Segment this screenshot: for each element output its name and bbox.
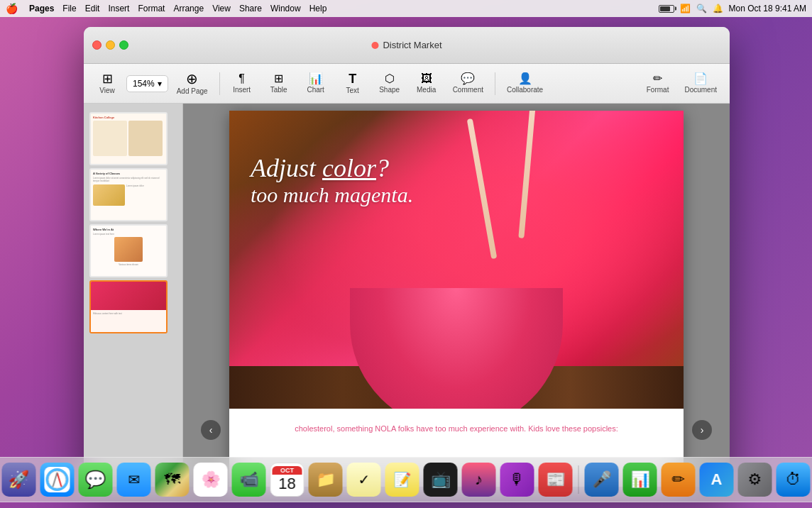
notification-icon[interactable]: 🔔 [713,4,723,13]
chart-icon: 📊 [309,73,323,84]
menu-items: File Edit Insert Format Arrange View Sha… [62,4,327,13]
comment-icon: 💬 [461,73,475,84]
text-label: Text [346,87,358,94]
battery-fill [660,6,670,11]
toolbar-chart[interactable]: 📊 Chart [298,70,334,96]
dock-safari[interactable] [40,463,75,497]
toolbar-format[interactable]: ✏ Format [640,70,676,96]
dock-messages[interactable]: 💬 [79,463,113,497]
thumbnail-5[interactable]: 5 Where We're At Lorem ipsum text here V… [89,224,177,277]
image-text-overlay: Adjust color? too much magenta. [251,153,413,207]
pages-window: District Market ⊞ View 154% ▾ ⊕ Add Page… [84,27,730,487]
view-icon: ⊞ [102,72,113,85]
menu-help[interactable]: Help [309,4,327,13]
dock-facetime[interactable]: 📹 [232,463,266,497]
menubar: 🍎 Pages File Edit Insert Format Arrange … [0,0,812,17]
apple-menu[interactable]: 🍎 [6,3,18,14]
thumbnail-6[interactable]: 6 Hibiscus content here with text [89,280,177,333]
toolbar-add-page[interactable]: ⊕ Add Page [170,69,215,98]
toolbar-comment[interactable]: 💬 Comment [446,70,490,96]
calendar-month: OCT [273,466,302,475]
menu-arrange[interactable]: Arrange [173,4,204,13]
toolbar-view[interactable]: ⊞ View [89,70,125,97]
media-icon: 🖼 [421,73,432,84]
minimize-button[interactable] [106,40,115,50]
toolbar-insert[interactable]: ¶ Insert [224,70,260,96]
hero-image: Adjust color? too much magenta. [229,111,684,409]
comment-label: Comment [453,86,483,94]
toolbar-media[interactable]: 🖼 Media [409,70,444,96]
magenta-text: too much magenta. [251,183,413,207]
prev-page-button[interactable]: ‹ [201,420,221,440]
toolbar-divider-1 [219,72,220,95]
toolbar-shape[interactable]: ⬡ Shape [372,70,407,96]
toolbar-text[interactable]: T Text [335,70,371,97]
dock-music[interactable]: ♪ [462,463,496,497]
clock: Mon Oct 18 9:41 AM [729,4,806,13]
dock-mail[interactable]: ✉ [117,463,151,497]
format-icon: ✏ [653,73,662,84]
toolbar-zoom[interactable]: 154% ▾ [126,75,168,92]
chart-label: Chart [307,86,324,94]
traffic-lights [84,40,128,50]
format-label: Format [647,86,669,94]
dock-reminders[interactable]: ✓ [347,463,381,497]
maximize-button[interactable] [119,40,128,50]
insert-label: Insert [233,86,251,94]
thumb-img-3: Kitchen College [89,112,168,165]
toolbar-table[interactable]: ⊞ Table [261,70,297,96]
menu-view[interactable]: View [212,4,231,13]
menu-window[interactable]: Window [270,4,301,13]
menu-edit[interactable]: Edit [85,4,100,13]
toolbar-document[interactable]: 📄 Document [677,70,724,96]
dock: 🚀 💬 ✉ 🗺 🌸 📹 OCT 18 📁 ✓ 📝 📺 ♪ 🎙 📰 🎤 📊 ✏ A… [0,457,812,502]
menu-share[interactable]: Share [239,4,262,13]
thumbnail-3[interactable]: 3 Kitchen College [89,112,177,165]
add-page-label: Add Page [177,87,208,95]
titlebar: District Market [84,27,730,64]
dock-screen-time[interactable]: ⏱ [777,463,811,497]
dock-appstore[interactable]: A [700,463,734,497]
title-text: District Market [383,40,441,50]
dock-system-preferences[interactable]: ⚙ [738,463,772,497]
window-title: District Market [371,40,441,50]
dock-photos[interactable]: 🌸 [194,463,228,497]
page-body: cholesterol, something NOLA folks have t… [229,409,684,449]
toolbar-collaborate[interactable]: 👤 Collaborate [500,70,550,96]
thumb-img-5: Where We're At Lorem ipsum text here Var… [89,224,168,277]
insert-icon: ¶ [238,73,245,84]
title-dot [371,42,378,49]
thumbnail-4[interactable]: 4 A Variety of Classes Lorem ipsum dolor… [89,168,177,221]
main-content: 3 Kitchen College 4 A Variety o [84,104,730,487]
app-name[interactable]: Pages [29,4,54,13]
canvas-area: ‹ › Adjust color? too much magenta. [183,104,730,487]
bowl-element [350,288,563,409]
dock-pages[interactable]: ✏ [662,463,696,497]
wifi-icon: 📶 [680,4,691,13]
dock-keynote[interactable]: 🎤 [585,463,619,497]
menu-insert[interactable]: Insert [108,4,129,13]
dock-files[interactable]: 📁 [309,463,343,497]
adjust-text: Adjust color? [251,153,413,183]
menu-file[interactable]: File [62,4,76,13]
page-container: ‹ › Adjust color? too much magenta. [229,111,684,487]
toolbar: ⊞ View 154% ▾ ⊕ Add Page ¶ Insert ⊞ Tabl… [84,64,730,104]
dock-appletv[interactable]: 📺 [424,463,458,497]
dock-news[interactable]: 📰 [539,463,573,497]
next-page-button[interactable]: › [692,420,712,440]
dock-launchpad[interactable]: 🚀 [2,463,36,497]
color-text: color [322,154,376,182]
search-icon[interactable]: 🔍 [696,4,707,13]
menu-format[interactable]: Format [138,4,165,13]
dock-notes[interactable]: 📝 [385,463,419,497]
close-button[interactable] [92,40,102,50]
dock-podcasts[interactable]: 🎙 [500,463,534,497]
dock-calendar[interactable]: OCT 18 [270,463,304,497]
dock-maps[interactable]: 🗺 [155,463,190,497]
dock-numbers[interactable]: 📊 [623,463,657,497]
battery-indicator [659,5,674,13]
toolbar-divider-2 [495,72,495,95]
page-canvas: Adjust color? too much magenta. choleste… [229,111,684,487]
thumb-img-4: A Variety of Classes Lorem ipsum dolor s… [89,168,168,221]
shape-icon: ⬡ [385,73,395,84]
